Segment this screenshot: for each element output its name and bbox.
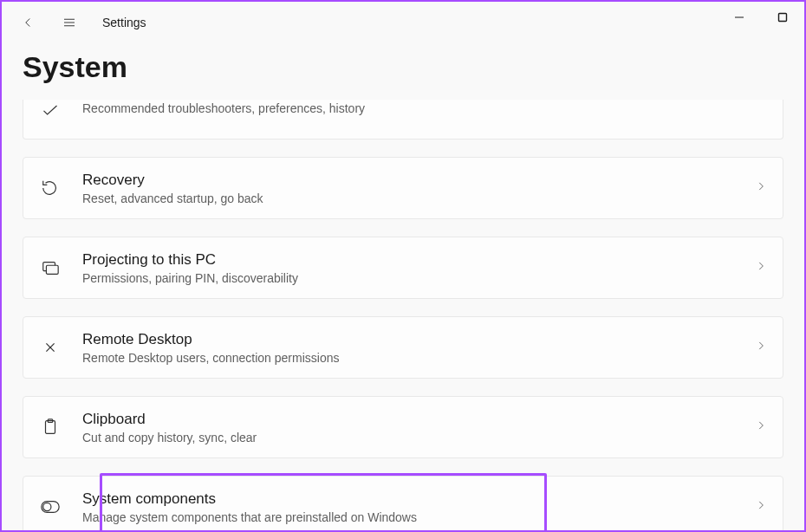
setting-title: System components [82, 490, 755, 509]
setting-clipboard[interactable]: Clipboard Cut and copy history, sync, cl… [23, 396, 783, 458]
setting-recovery[interactable]: Recovery Reset, advanced startup, go bac… [23, 157, 783, 219]
chevron-right-icon [755, 340, 767, 355]
setting-system-components[interactable]: System components Manage system componen… [23, 476, 783, 532]
chevron-right-icon [755, 260, 767, 276]
minimize-button[interactable] [718, 2, 761, 33]
titlebar: Settings [2, 2, 804, 43]
setting-subtitle: Reset, advanced startup, go back [82, 191, 755, 205]
setting-troubleshoot[interactable]: Recommended troubleshooters, preferences… [23, 100, 783, 139]
setting-subtitle: Cut and copy history, sync, clear [82, 431, 755, 444]
clipboard-icon [36, 415, 65, 439]
back-button[interactable] [10, 5, 45, 40]
chevron-right-icon [755, 419, 767, 435]
setting-subtitle: Recommended troubleshooters, preferences… [82, 101, 767, 115]
setting-remote-desktop[interactable]: Remote Desktop Remote Desktop users, con… [23, 316, 783, 379]
app-label: Settings [102, 16, 146, 29]
nav-menu-button[interactable] [52, 5, 87, 40]
svg-rect-6 [46, 265, 58, 274]
maximize-button[interactable] [761, 2, 804, 33]
svg-rect-4 [779, 14, 787, 22]
setting-title: Projecting to this PC [82, 250, 755, 269]
svg-point-10 [43, 503, 51, 510]
page-title: System [2, 43, 804, 100]
troubleshoot-icon [36, 98, 65, 122]
chevron-right-icon [755, 180, 767, 196]
setting-subtitle: Remote Desktop users, connection permiss… [82, 351, 755, 365]
setting-subtitle: Permissions, pairing PIN, discoverabilit… [82, 271, 755, 285]
setting-subtitle: Manage system components that are preins… [82, 510, 755, 524]
chevron-right-icon [755, 499, 767, 515]
svg-rect-9 [42, 502, 59, 513]
settings-list: Recommended troubleshooters, preferences… [2, 100, 804, 532]
system-components-icon [36, 495, 65, 519]
remote-desktop-icon [36, 335, 65, 360]
setting-title: Recovery [82, 171, 755, 190]
setting-title: Clipboard [82, 410, 755, 429]
recovery-icon [36, 176, 65, 200]
setting-projecting[interactable]: Projecting to this PC Permissions, pairi… [23, 237, 783, 299]
projecting-icon [36, 256, 65, 280]
setting-title: Remote Desktop [82, 330, 755, 349]
